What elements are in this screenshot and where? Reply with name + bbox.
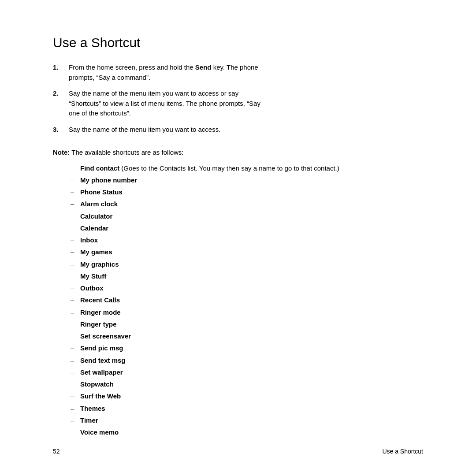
dash-icon: – xyxy=(71,271,80,281)
dash-icon: – xyxy=(71,259,80,269)
shortcut-label: Calendar xyxy=(80,223,108,233)
shortcut-label: Themes xyxy=(80,403,105,413)
dash-icon: – xyxy=(71,175,80,185)
list-item: – Voice memo xyxy=(71,427,423,437)
step-3-content: Say the name of the menu item you want t… xyxy=(69,125,263,135)
dash-icon: – xyxy=(71,247,80,257)
list-item: – Timer xyxy=(71,415,423,425)
dash-icon: – xyxy=(71,307,80,317)
dash-icon: – xyxy=(71,367,80,377)
list-item: – Inbox xyxy=(71,235,423,245)
list-item: – My Stuff xyxy=(71,271,423,281)
step-2: 2. Say the name of the menu item you wan… xyxy=(53,89,423,119)
dash-icon: – xyxy=(71,211,80,221)
shortcut-label: Set wallpaper xyxy=(80,367,123,377)
list-item: – Ringer mode xyxy=(71,307,423,317)
dash-icon: – xyxy=(71,355,80,365)
list-item: – Ringer type xyxy=(71,319,423,329)
footer-divider xyxy=(53,444,423,444)
step-3-number: 3. xyxy=(53,125,69,135)
page-container: Use a Shortcut 1. From the home screen, … xyxy=(0,0,476,476)
shortcut-label: My phone number xyxy=(80,175,137,185)
dash-icon: – xyxy=(71,283,80,293)
page-title: Use a Shortcut xyxy=(53,35,423,50)
dash-icon: – xyxy=(71,427,80,437)
shortcut-label: Find contact (Goes to the Contacts list.… xyxy=(80,163,339,173)
shortcut-label: Phone Status xyxy=(80,187,123,197)
list-item: – Calendar xyxy=(71,223,423,233)
footer-page-number: 52 xyxy=(53,448,60,455)
list-item: – My phone number xyxy=(71,175,423,185)
shortcut-label: My games xyxy=(80,247,112,257)
shortcut-label: Voice memo xyxy=(80,427,119,437)
list-item: – Find contact (Goes to the Contacts lis… xyxy=(71,163,423,173)
list-item: – My games xyxy=(71,247,423,257)
dash-icon: – xyxy=(71,235,80,245)
shortcut-label: Timer xyxy=(80,415,98,425)
send-bold: Send xyxy=(195,63,212,71)
list-item: – Calculator xyxy=(71,211,423,221)
dash-icon: – xyxy=(71,415,80,425)
shortcut-label: Ringer mode xyxy=(80,307,121,317)
list-item: – Recent Calls xyxy=(71,295,423,305)
shortcut-label: Set screensaver xyxy=(80,331,131,341)
shortcut-label: Recent Calls xyxy=(80,295,120,305)
numbered-list: 1. From the home screen, press and hold … xyxy=(53,63,423,141)
note-text: The available shortcuts are as follows: xyxy=(70,149,183,156)
dash-icon: – xyxy=(71,343,80,353)
dash-icon: – xyxy=(71,391,80,401)
shortcut-label: Outbox xyxy=(80,283,104,293)
dash-icon: – xyxy=(71,223,80,233)
step-2-content: Say the name of the menu item you want t… xyxy=(69,89,263,119)
dash-icon: – xyxy=(71,199,80,209)
shortcut-label: Send text msg xyxy=(80,355,126,365)
list-item: – Set screensaver xyxy=(71,331,423,341)
dash-icon: – xyxy=(71,295,80,305)
list-item: – Phone Status xyxy=(71,187,423,197)
note-label: Note: xyxy=(53,149,70,156)
step-2-number: 2. xyxy=(53,89,69,119)
dash-icon: – xyxy=(71,379,80,389)
shortcut-label: My Stuff xyxy=(80,271,106,281)
shortcut-label: Inbox xyxy=(80,235,98,245)
note-section: Note: The available shortcuts are as fol… xyxy=(53,148,264,158)
dash-icon: – xyxy=(71,403,80,413)
step-1-number: 1. xyxy=(53,63,69,82)
list-item: – Send text msg xyxy=(71,355,423,365)
list-item: – Surf the Web xyxy=(71,391,423,401)
shortcut-label: My graphics xyxy=(80,259,119,269)
shortcut-label: Send pic msg xyxy=(80,343,123,353)
list-item: – Alarm clock xyxy=(71,199,423,209)
shortcut-label: Alarm clock xyxy=(80,199,118,209)
dash-icon: – xyxy=(71,163,80,173)
footer-title: Use a Shortcut xyxy=(382,448,423,455)
list-item: – Set wallpaper xyxy=(71,367,423,377)
dash-icon: – xyxy=(71,187,80,197)
list-item: – Themes xyxy=(71,403,423,413)
list-item: – Stopwatch xyxy=(71,379,423,389)
step-1: 1. From the home screen, press and hold … xyxy=(53,63,423,82)
dash-icon: – xyxy=(71,331,80,341)
shortcut-label: Surf the Web xyxy=(80,391,121,401)
shortcut-label: Stopwatch xyxy=(80,379,114,389)
list-item: – Send pic msg xyxy=(71,343,423,353)
list-item: – My graphics xyxy=(71,259,423,269)
list-item: – Outbox xyxy=(71,283,423,293)
shortcuts-list: – Find contact (Goes to the Contacts lis… xyxy=(71,163,423,439)
step-3: 3. Say the name of the menu item you wan… xyxy=(53,125,423,135)
step-1-content: From the home screen, press and hold the… xyxy=(69,63,263,82)
dash-icon: – xyxy=(71,319,80,329)
footer: 52 Use a Shortcut xyxy=(53,448,423,455)
shortcut-label: Ringer type xyxy=(80,319,117,329)
shortcut-label: Calculator xyxy=(80,211,112,221)
